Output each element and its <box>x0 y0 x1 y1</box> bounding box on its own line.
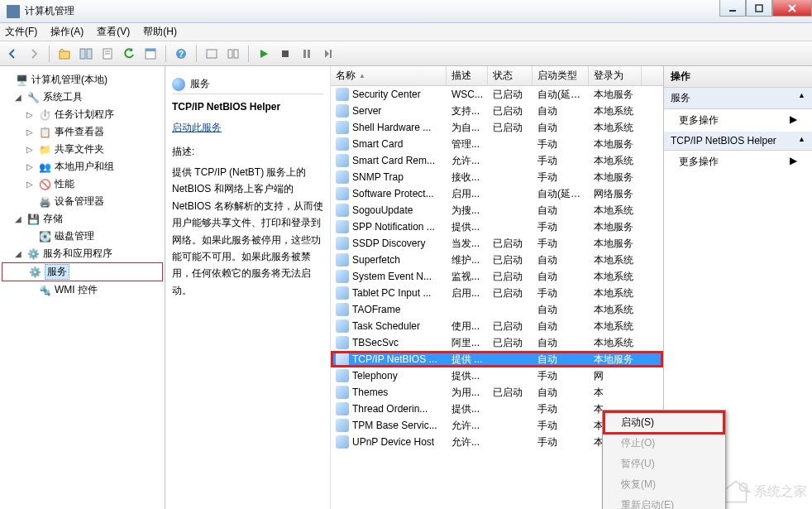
service-name-cell: SogouUpdate <box>352 204 413 216</box>
actions-section-services[interactable]: 服务▲ <box>664 88 812 109</box>
col-status[interactable]: 状态 <box>488 66 533 85</box>
service-name-cell: Thread Orderin... <box>352 403 427 415</box>
service-row[interactable]: Themes为用...已启动自动本 <box>331 384 663 401</box>
service-logon-cell: 本地服务 <box>589 353 642 367</box>
service-name-cell: TCP/IP NetBIOS ... <box>352 353 437 365</box>
menu-view[interactable]: 查看(V) <box>97 25 130 39</box>
service-desc-cell: 为用... <box>447 386 488 400</box>
tree-root[interactable]: 🖥️计算机管理(本地) <box>2 71 163 89</box>
service-desc-cell: 提供 ... <box>447 353 488 367</box>
properties-button[interactable] <box>141 45 160 63</box>
service-row[interactable]: Smart Card Rem...允许...手动本地系统 <box>331 152 663 169</box>
tree-services[interactable]: ⚙️服务 <box>2 262 163 281</box>
tree-local-users[interactable]: ▷👥本地用户和组 <box>2 158 163 175</box>
service-row[interactable]: Security CenterWSC...已启动自动(延迟...本地服务 <box>331 86 663 103</box>
toolbar-extra-1[interactable] <box>203 45 221 63</box>
service-startup-cell: 手动 <box>533 419 589 433</box>
service-logon-cell: 本地系统 <box>589 270 642 284</box>
back-button[interactable] <box>3 45 21 63</box>
up-button[interactable] <box>55 45 74 63</box>
service-status-cell: 已启动 <box>488 286 533 300</box>
service-startup-cell: 自动 <box>533 270 589 284</box>
actions-section-selected[interactable]: TCP/IP NetBIOS Helper▲ <box>664 132 812 151</box>
gear-icon <box>336 270 349 283</box>
service-name-cell: Server <box>352 105 381 117</box>
tree-task-scheduler[interactable]: ▷⏱️任务计划程序 <box>2 106 163 123</box>
service-row[interactable]: Software Protect...启用...自动(延迟...网络服务 <box>331 185 663 202</box>
console-tree[interactable]: 🖥️计算机管理(本地) ◢🔧系统工具 ▷⏱️任务计划程序 ▷📋事件查看器 ▷📁共… <box>0 66 165 509</box>
service-name-cell: Smart Card <box>352 138 403 150</box>
gear-icon <box>336 303 349 316</box>
show-hide-tree-button[interactable] <box>77 45 95 63</box>
stop-service-button[interactable] <box>276 45 294 63</box>
refresh-button[interactable] <box>120 45 138 63</box>
minimize-button[interactable] <box>719 0 746 17</box>
service-logon-cell: 本地系统 <box>589 253 642 267</box>
tree-event-viewer[interactable]: ▷📋事件查看器 <box>2 123 163 141</box>
service-row[interactable]: TAOFrame自动本地系统 <box>331 301 663 318</box>
service-row[interactable]: Shell Hardware ...为自...已启动自动本地系统 <box>331 119 663 136</box>
tree-disk-management[interactable]: 💽磁盘管理 <box>2 228 163 245</box>
service-row[interactable]: TCP/IP NetBIOS ...提供 ...自动本地服务 <box>331 351 663 367</box>
service-row[interactable]: SSDP Discovery当发...已启动手动本地服务 <box>331 235 663 252</box>
service-row[interactable]: Server支持...已启动自动本地系统 <box>331 103 663 119</box>
service-name-cell: Task Scheduler <box>352 320 420 332</box>
gear-icon <box>336 88 349 101</box>
service-desc-cell: 接收... <box>447 170 488 185</box>
gear-icon <box>336 435 349 449</box>
col-startup[interactable]: 启动类型 <box>533 66 589 85</box>
col-name[interactable]: 名称▲ <box>331 66 447 85</box>
start-service-link[interactable]: 启动此服务 <box>172 121 222 135</box>
actions-more-2[interactable]: 更多操作▶ <box>664 151 812 173</box>
export-button[interactable] <box>98 45 117 63</box>
service-desc-cell: 维护... <box>447 253 488 267</box>
menu-action[interactable]: 操作(A) <box>50 25 84 39</box>
service-row[interactable]: SogouUpdate为搜...自动本地系统 <box>331 202 663 218</box>
tree-performance[interactable]: ▷🚫性能 <box>2 175 163 193</box>
maximize-button[interactable] <box>746 0 772 17</box>
help-button[interactable]: ? <box>172 45 190 63</box>
service-desc-cell: 使用... <box>447 319 488 334</box>
service-row[interactable]: SPP Notification ...提供...手动本地服务 <box>331 218 663 235</box>
col-logon[interactable]: 登录为 <box>589 66 642 85</box>
forward-button[interactable] <box>25 45 43 63</box>
service-row[interactable]: System Event N...监视...已启动自动本地系统 <box>331 268 663 285</box>
service-name-cell: Themes <box>352 387 388 398</box>
service-startup-cell: 手动 <box>533 220 589 234</box>
service-row[interactable]: TBSecSvc阿里...已启动自动本地系统 <box>331 334 663 351</box>
tree-device-manager[interactable]: 🖨️设备管理器 <box>2 193 163 210</box>
col-desc[interactable]: 描述 <box>447 66 488 85</box>
service-row[interactable]: SNMP Trap接收...手动本地服务 <box>331 169 663 185</box>
toolbar-extra-2[interactable] <box>224 45 242 63</box>
collapse-icon: ▲ <box>798 135 805 146</box>
service-logon-cell: 网络服务 <box>589 187 642 201</box>
service-startup-cell: 自动(延迟... <box>533 88 589 102</box>
service-startup-cell: 自动 <box>533 121 589 135</box>
tree-storage[interactable]: ◢💾存储 <box>2 210 163 228</box>
service-row[interactable]: Superfetch维护...已启动自动本地系统 <box>331 252 663 268</box>
chevron-right-icon: ▶ <box>790 155 797 169</box>
tree-shared-folders[interactable]: ▷📁共享文件夹 <box>2 141 163 158</box>
ctx-start[interactable]: 启动(S) <box>604 412 724 433</box>
service-row[interactable]: Telephony提供...手动网 <box>331 367 663 384</box>
start-service-button[interactable] <box>255 45 273 63</box>
close-button[interactable] <box>772 0 812 17</box>
service-desc-cell: WSC... <box>447 89 488 100</box>
service-row[interactable]: Tablet PC Input ...启用...已启动手动本地系统 <box>331 285 663 301</box>
ctx-stop: 停止(O) <box>604 433 724 454</box>
actions-more-1[interactable]: 更多操作▶ <box>664 109 812 132</box>
pause-service-button[interactable] <box>298 45 316 63</box>
menu-help[interactable]: 帮助(H) <box>143 25 177 39</box>
service-row[interactable]: Task Scheduler使用...已启动自动本地系统 <box>331 318 663 334</box>
service-desc-cell: 为搜... <box>447 204 488 218</box>
service-detail-panel: 服务 TCP/IP NetBIOS Helper 启动此服务 描述: 提供 TC… <box>165 66 331 509</box>
restart-service-button[interactable] <box>319 45 337 63</box>
tree-wmi[interactable]: 🔩WMI 控件 <box>2 281 163 299</box>
collapse-icon: ▲ <box>798 91 805 105</box>
tree-services-apps[interactable]: ◢⚙️服务和应用程序 <box>2 245 163 262</box>
tree-system-tools[interactable]: ◢🔧系统工具 <box>2 89 163 106</box>
service-desc-cell: 启用... <box>447 286 488 300</box>
service-row[interactable]: Smart Card管理...手动本地服务 <box>331 136 663 152</box>
menu-file[interactable]: 文件(F) <box>5 25 37 39</box>
service-status-cell: 已启动 <box>488 270 533 284</box>
